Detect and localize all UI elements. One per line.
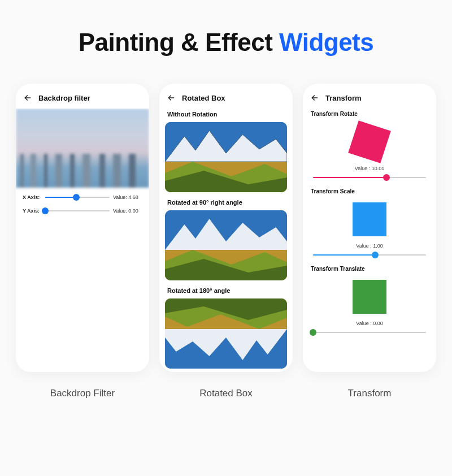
translate-slider[interactable] (313, 328, 426, 336)
translate-square (353, 280, 386, 314)
y-axis-slider[interactable] (45, 207, 110, 215)
scale-square (353, 202, 386, 236)
city-skyline-image (16, 109, 149, 188)
page-title: Painting & Effect Widgets (16, 28, 436, 57)
label-rotated-90: Rotated at 90° right angle (159, 197, 293, 210)
page-title-main: Painting & Effect (79, 28, 279, 56)
mountain-image-0deg (165, 122, 287, 192)
phone-backdrop-filter: Backdrop filter X Axis: Value: 4.68 Y Ax… (16, 84, 149, 372)
caption-rotated-box: Rotated Box (199, 388, 253, 399)
x-axis-value: Value: 4.68 (113, 194, 142, 200)
phone-rotated-box: Rotated Box Without Rotation Rotated at … (159, 84, 293, 372)
back-arrow-icon[interactable] (310, 93, 320, 103)
mountain-image-180deg (165, 298, 287, 369)
appbar-backdrop: Backdrop filter (16, 84, 149, 109)
rotate-canvas (303, 118, 436, 166)
scale-slider[interactable] (313, 251, 426, 259)
phone-transform: Transform Transform Rotate Value : 10.01… (303, 84, 436, 372)
translate-value: Value : 0.00 (303, 321, 436, 328)
mountain-image-90deg (165, 210, 287, 280)
appbar-title: Transform (325, 94, 362, 102)
x-axis-row: X Axis: Value: 4.68 (16, 188, 149, 201)
label-transform-rotate: Transform Rotate (303, 109, 436, 118)
translate-canvas (303, 273, 436, 321)
scale-canvas (303, 196, 436, 243)
label-rotated-180: Rotated at 180° angle (159, 285, 293, 298)
rotate-value: Value : 10.01 (303, 166, 436, 174)
y-axis-value: Value: 0.00 (113, 208, 142, 214)
back-arrow-icon[interactable] (166, 93, 176, 103)
x-axis-slider[interactable] (45, 193, 110, 201)
caption-backdrop-filter: Backdrop Filter (50, 388, 115, 399)
rotate-square (348, 120, 391, 163)
page-title-accent: Widgets (279, 28, 373, 56)
label-without-rotation: Without Rotation (159, 109, 293, 122)
phones-row: Backdrop filter X Axis: Value: 4.68 Y Ax… (16, 84, 436, 399)
caption-transform: Transform (348, 388, 392, 399)
y-axis-row: Y Axis: Value: 0.00 (16, 201, 149, 215)
appbar-rotated: Rotated Box (159, 84, 293, 109)
label-transform-scale: Transform Scale (303, 186, 436, 196)
y-axis-label: Y Axis: (23, 208, 42, 214)
scale-value: Value : 1.00 (303, 243, 436, 251)
back-arrow-icon[interactable] (23, 93, 33, 103)
appbar-transform: Transform (303, 84, 436, 109)
label-transform-translate: Transform Translate (303, 263, 436, 273)
x-axis-label: X Axis: (23, 194, 42, 200)
appbar-title: Rotated Box (182, 94, 225, 102)
rotate-slider[interactable] (313, 174, 426, 181)
appbar-title: Backdrop filter (38, 94, 90, 102)
